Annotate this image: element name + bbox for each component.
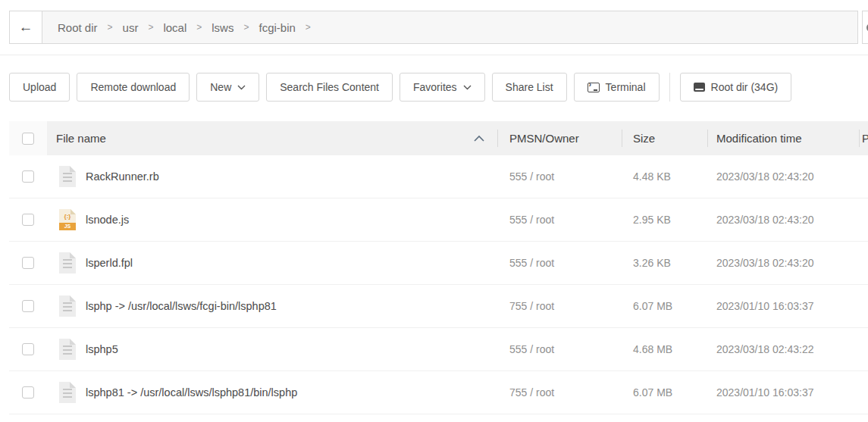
file-name-cell: {:} JS lsnode.js: [47, 209, 497, 230]
header-size-label: Size: [633, 132, 655, 145]
breadcrumb-separator: >: [148, 22, 153, 33]
search-box-partial[interactable]: [862, 11, 868, 44]
pmsn-owner-value: 555 / root: [497, 214, 622, 226]
terminal-icon: [588, 83, 600, 92]
row-checkbox[interactable]: [22, 386, 34, 399]
favorites-label: Favorites: [413, 81, 457, 93]
file-name[interactable]: lsphp81 -> /usr/local/lsws/lsphp81/bin/l…: [86, 386, 297, 399]
file-manager-app: ← Root dir > usr > local > lsws > fcgi-b…: [0, 0, 868, 422]
file-icon: [59, 382, 76, 403]
header-modification-time: Modification time: [707, 121, 859, 155]
table-row[interactable]: RackRunner.rb 555 / root 4.48 KB 2023/03…: [9, 155, 868, 198]
select-all-cell: [9, 121, 47, 155]
table-row[interactable]: lsphp81 -> /usr/local/lsws/lsphp81/bin/l…: [9, 371, 868, 414]
sort-ascending-icon[interactable]: [473, 135, 485, 142]
share-list-button[interactable]: Share List: [492, 73, 567, 102]
pmsn-owner-value: 755 / root: [497, 386, 622, 399]
mtime-value: 2023/03/18 02:43:20: [707, 214, 859, 226]
row-checkbox-cell: [9, 214, 47, 226]
upload-label: Upload: [23, 81, 56, 93]
header-pmsn-owner-label: PMSN/Owner: [509, 132, 579, 145]
row-checkbox[interactable]: [22, 214, 34, 226]
mtime-value: 2023/01/10 16:03:37: [707, 300, 859, 312]
file-name-cell: RackRunner.rb: [47, 166, 497, 187]
pmsn-owner-value: 555 / root: [497, 257, 622, 269]
header-file-name-label: File name: [56, 132, 106, 145]
breadcrumb-item-fcgi-bin[interactable]: fcgi-bin: [259, 21, 295, 34]
row-checkbox-cell: [9, 386, 47, 399]
pmsn-owner-value: 555 / root: [497, 170, 622, 183]
file-name-cell: lsphp -> /usr/local/lsws/fcgi-bin/lsphp8…: [47, 295, 497, 317]
size-value: 2.95 KB: [622, 214, 707, 226]
chevron-down-icon: [463, 85, 472, 90]
row-checkbox-cell: [9, 257, 47, 269]
file-table: File name PMSN/Owner Size Modification t…: [9, 121, 868, 414]
file-name-cell: lsphp81 -> /usr/local/lsws/lsphp81/bin/l…: [47, 382, 497, 403]
file-name[interactable]: lsphp5: [86, 343, 118, 355]
file-name[interactable]: lsnode.js: [86, 214, 129, 226]
row-checkbox[interactable]: [22, 300, 34, 312]
table-header-row: File name PMSN/Owner Size Modification t…: [9, 121, 868, 155]
breadcrumb-item-lsws[interactable]: lsws: [212, 21, 233, 34]
breadcrumb-item-usr[interactable]: usr: [123, 21, 139, 34]
breadcrumb-item-local[interactable]: local: [163, 21, 186, 34]
size-value: 6.07 MB: [622, 300, 707, 312]
breadcrumb-separator: >: [196, 22, 202, 33]
header-clipped-column: P: [859, 121, 868, 155]
breadcrumb: Root dir > usr > local > lsws > fcgi-bin…: [42, 11, 321, 43]
file-name[interactable]: lsperld.fpl: [86, 257, 133, 269]
file-name[interactable]: lsphp -> /usr/local/lsws/fcgi-bin/lsphp8…: [86, 300, 277, 312]
file-name[interactable]: RackRunner.rb: [86, 170, 159, 183]
terminal-button[interactable]: Terminal: [574, 73, 660, 102]
upload-button[interactable]: Upload: [9, 73, 70, 102]
pmsn-owner-value: 555 / root: [497, 343, 622, 355]
header-modification-time-label: Modification time: [716, 132, 802, 145]
header-clipped-label: P: [862, 132, 868, 145]
table-row[interactable]: lsperld.fpl 555 / root 3.26 KB 2023/03/1…: [9, 242, 868, 285]
row-checkbox[interactable]: [22, 170, 34, 183]
row-checkbox-cell: [9, 343, 47, 355]
mtime-value: 2023/03/18 02:43:22: [707, 343, 859, 355]
breadcrumb-separator: >: [243, 22, 249, 33]
toolbar-divider: [669, 73, 670, 102]
row-checkbox-cell: [9, 170, 47, 183]
select-all-checkbox[interactable]: [22, 133, 34, 145]
breadcrumb-item-root-dir[interactable]: Root dir: [58, 21, 98, 34]
table-row[interactable]: lsphp -> /usr/local/lsws/fcgi-bin/lsphp8…: [9, 285, 868, 328]
remote-download-button[interactable]: Remote download: [77, 73, 190, 102]
root-dir-disk-button[interactable]: Root dir (34G): [680, 73, 792, 102]
js-icon-badge: JS: [59, 223, 76, 230]
breadcrumb-separator: >: [306, 22, 311, 33]
header-size: Size: [622, 121, 707, 155]
js-icon-glyph: {:}: [59, 213, 76, 220]
terminal-label: Terminal: [606, 81, 646, 93]
breadcrumb-separator: >: [108, 22, 113, 33]
search-files-content-label: Search Files Content: [280, 81, 379, 93]
row-checkbox[interactable]: [22, 257, 34, 269]
breadcrumb-bar: ← Root dir > usr > local > lsws > fcgi-b…: [9, 11, 858, 44]
search-files-content-button[interactable]: Search Files Content: [266, 73, 393, 102]
pmsn-owner-value: 755 / root: [497, 300, 622, 312]
size-value: 4.48 KB: [622, 170, 707, 183]
file-name-cell: lsperld.fpl: [47, 252, 497, 274]
chevron-down-icon: [237, 85, 246, 90]
js-file-icon: {:} JS: [59, 209, 76, 230]
new-label: New: [210, 81, 231, 93]
back-button[interactable]: ←: [10, 11, 42, 43]
mtime-value: 2023/01/10 16:03:37: [707, 386, 859, 399]
new-dropdown-button[interactable]: New: [196, 73, 259, 102]
size-value: 4.68 MB: [622, 343, 707, 355]
favorites-dropdown-button[interactable]: Favorites: [400, 73, 485, 102]
size-value: 3.26 KB: [622, 257, 707, 269]
mtime-value: 2023/03/18 02:43:20: [707, 170, 859, 183]
file-name-cell: lsphp5: [47, 339, 497, 360]
table-row[interactable]: lsphp5 555 / root 4.68 MB 2023/03/18 02:…: [9, 328, 868, 371]
toolbar: Upload Remote download New Search Files …: [9, 73, 791, 102]
table-row[interactable]: {:} JS lsnode.js 555 / root 2.95 KB 2023…: [9, 198, 868, 242]
top-divider: [0, 55, 868, 55]
file-icon: [59, 252, 76, 274]
row-checkbox-cell: [9, 300, 47, 312]
row-checkbox[interactable]: [22, 343, 34, 355]
header-file-name[interactable]: File name: [47, 121, 497, 155]
disk-icon: [694, 83, 705, 92]
